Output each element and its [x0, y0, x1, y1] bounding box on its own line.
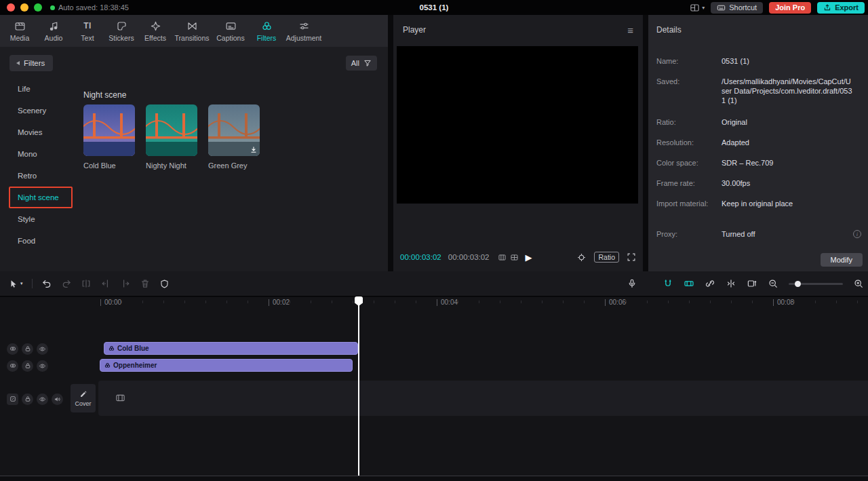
delete-button[interactable] [140, 278, 151, 289]
fit-preview-icon[interactable] [576, 252, 587, 263]
export-button[interactable]: Export [817, 2, 865, 14]
lock-icon[interactable] [22, 393, 33, 405]
field-value: SDR – Rec.709 [722, 158, 780, 168]
filter-card-green-grey[interactable]: Green Grey [208, 104, 260, 170]
field-import-material: Import material: Keep in original place [656, 199, 861, 208]
frame-grid-icon[interactable] [510, 253, 519, 262]
undo-button[interactable] [41, 278, 52, 289]
filter-thumbnail[interactable] [83, 104, 135, 156]
shortcut-button-label: Shortcut [729, 3, 757, 12]
playhead-line[interactable] [358, 297, 359, 476]
split-button[interactable] [81, 278, 92, 289]
link-clips-icon[interactable] [705, 278, 715, 289]
eye-icon[interactable] [37, 343, 48, 355]
close-window-button[interactable] [7, 3, 15, 12]
tab-captions[interactable]: Captions [212, 20, 250, 42]
tab-text[interactable]: TI Text [71, 20, 104, 42]
select-tool-button[interactable]: ▾ [8, 279, 23, 289]
tab-label: Effects [144, 34, 166, 42]
filter-card-nighty-night[interactable]: Nighty Night [146, 104, 197, 170]
track-height-icon[interactable] [747, 278, 757, 289]
timeline[interactable]: 00:00 00:02 00:04 00:06 00:08 Cover Cold… [0, 297, 868, 481]
snapping-toggle-icon[interactable] [663, 278, 673, 289]
clip-oppenheimer[interactable]: Oppenheimer [100, 359, 353, 372]
tab-filters[interactable]: Filters [250, 20, 283, 42]
delete-right-button[interactable] [120, 278, 131, 289]
field-value: 30.00fps [722, 178, 757, 188]
sidebar-item-style[interactable]: Style [0, 208, 76, 230]
sidebar-item-movies[interactable]: Movies [0, 121, 76, 143]
eye-icon[interactable] [37, 393, 48, 405]
layout-switch-button[interactable]: ▾ [690, 3, 705, 13]
sidebar-item-retro[interactable]: Retro [0, 165, 76, 187]
field-color-space: Color space: SDR – Rec.709 [656, 158, 861, 168]
cover-button[interactable]: Cover [71, 384, 96, 412]
details-title: Details [656, 25, 682, 35]
tab-effects[interactable]: Effects [138, 20, 172, 42]
player-menu-icon[interactable]: ≡ [627, 24, 633, 36]
sidebar-item-label: Mono [18, 150, 37, 158]
zoom-in-icon[interactable] [853, 278, 864, 289]
tab-transitions[interactable]: Transitions [172, 20, 212, 42]
timeline-ruler[interactable]: 00:00 00:02 00:04 00:06 00:08 [68, 297, 868, 308]
tab-stickers[interactable]: Stickers [104, 20, 138, 42]
lock-icon[interactable] [22, 343, 33, 355]
preview-axis-icon[interactable] [726, 278, 736, 289]
join-pro-button[interactable]: Join Pro [769, 2, 811, 14]
eye-icon[interactable] [37, 360, 48, 372]
modify-button[interactable]: Modify [821, 253, 863, 267]
tab-adjustment[interactable]: Adjustment [283, 20, 324, 42]
field-label: Resolution: [656, 138, 722, 147]
mask-button[interactable] [159, 279, 170, 289]
minimize-window-button[interactable] [20, 3, 28, 12]
zoom-slider-handle[interactable] [795, 281, 801, 287]
filters-sidebar-header[interactable]: Filters [9, 55, 53, 71]
clip-cold-blue[interactable]: Cold Blue [104, 342, 358, 355]
info-icon[interactable]: i [853, 230, 861, 238]
ratio-button[interactable]: Ratio [594, 252, 619, 263]
overlay-track-icon[interactable] [7, 343, 18, 355]
media-library-panel: Media Audio TI Text Stickers Effects Tra… [0, 15, 388, 271]
track-header-filter-2 [0, 359, 68, 372]
frame-view-icon[interactable] [498, 253, 507, 262]
main-track-icon[interactable] [7, 393, 18, 405]
redo-button[interactable] [61, 278, 72, 289]
horizontal-scrollbar[interactable] [0, 476, 868, 481]
media-icon [14, 20, 26, 32]
tab-audio[interactable]: Audio [37, 20, 71, 42]
sidebar-item-food[interactable]: Food [0, 230, 76, 252]
timeline-zoom-slider[interactable] [789, 283, 843, 285]
player-controls: 00:00:03:02 00:00:03:02 ▶ Ratio [393, 243, 643, 271]
filter-card-cold-blue[interactable]: Cold Blue [83, 104, 135, 170]
speaker-icon[interactable] [52, 393, 63, 405]
sidebar-item-scenery[interactable]: Scenery [0, 100, 76, 121]
field-value: 0531 (1) [722, 56, 756, 66]
auto-pack-toggle-icon[interactable] [684, 278, 694, 289]
sidebar-item-mono[interactable]: Mono [0, 143, 76, 165]
field-label: Saved: [656, 77, 722, 105]
delete-left-button[interactable] [100, 278, 111, 289]
sidebar-item-night-scene[interactable]: Night scene [0, 187, 76, 208]
zoom-out-icon[interactable] [768, 278, 778, 289]
clip-label: Cold Blue [117, 345, 149, 352]
export-icon [823, 3, 831, 12]
field-name: Name: 0531 (1) [656, 56, 861, 66]
filter-name: Green Grey [208, 161, 260, 170]
filter-thumbnail[interactable] [146, 104, 197, 156]
sidebar-item-life[interactable]: Life [0, 78, 76, 100]
maximize-window-button[interactable] [34, 3, 42, 12]
sticker-icon [116, 20, 127, 32]
all-filter-button[interactable]: All [346, 56, 377, 71]
filter-thumbnail[interactable] [208, 104, 260, 156]
shortcut-button[interactable]: Shortcut [711, 2, 763, 14]
video-preview[interactable] [397, 46, 638, 204]
tab-label: Text [81, 34, 94, 42]
record-voiceover-icon[interactable] [627, 278, 637, 289]
tab-media[interactable]: Media [3, 20, 37, 42]
lock-icon[interactable] [22, 360, 33, 372]
fullscreen-icon[interactable] [627, 252, 636, 262]
overlay-track-icon[interactable] [7, 360, 18, 372]
main-video-track[interactable] [98, 381, 868, 416]
field-proxy: Proxy: Turned off i [656, 229, 861, 239]
play-button[interactable]: ▶ [526, 252, 532, 263]
